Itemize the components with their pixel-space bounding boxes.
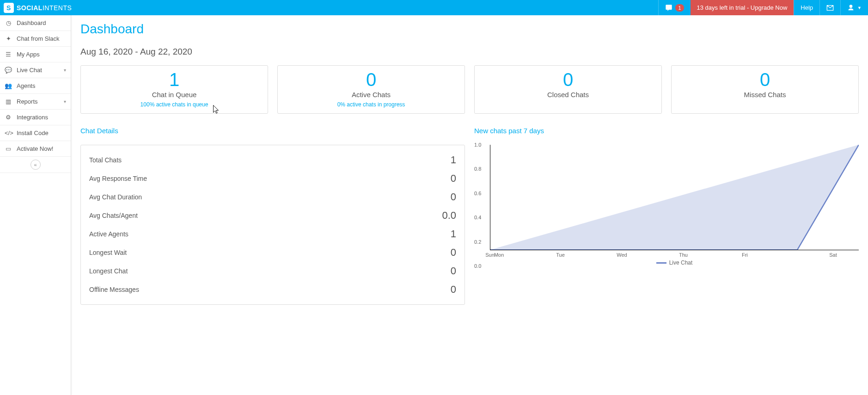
detail-key: Total Chats [89,156,122,164]
x-tick: Thu [653,252,714,258]
y-tick: 0.8 [474,166,481,172]
sidebar-item-my-apps[interactable]: ☰ My Apps [0,47,71,62]
comment-icon: ☰ [5,51,12,58]
detail-value: 0 [451,173,456,185]
code-icon: </> [5,130,12,136]
sidebar-item-label: Activate Now! [17,145,53,152]
detail-key: Avg Chats/Agent [89,212,138,219]
x-tick: Sat [776,252,837,258]
card-value: 0 [475,70,661,89]
upgrade-text: 13 days left in trial - Upgrade Now [697,4,788,11]
sidebar-item-reports[interactable]: ▥ Reports ▾ [0,94,71,110]
chat-details-column: Chat Details Total Chats1 Avg Response T… [80,127,465,305]
x-tick: Fri [714,252,776,258]
users-icon: 👥 [5,82,12,89]
chart: 1.0 0.8 0.6 0.4 0.2 0.0 Sun Mon Tue [474,145,859,266]
sidebar-item-activate-now[interactable]: ▭ Activate Now! [0,141,71,157]
brand-light: INTENTS [43,4,72,12]
y-tick: 0.4 [474,215,481,220]
sidebar-item-label: My Apps [17,51,40,58]
sidebar-item-live-chat[interactable]: 💬 Live Chat ▾ [0,62,71,78]
sidebar-item-label: Chat from Slack [17,35,59,42]
x-tick: Wed [591,252,653,258]
sidebar-item-label: Live Chat [17,67,42,74]
detail-value: 0 [451,247,456,259]
detail-value: 0 [451,191,456,203]
help-button[interactable]: Help [794,0,819,15]
legend-label: Live Chat [669,259,693,266]
detail-key: Offline Messages [89,286,139,293]
detail-row: Total Chats1 [89,151,456,169]
card-chat-in-queue[interactable]: 1 Chat in Queue 100% active chats in que… [80,65,268,114]
x-axis-ticks: Sun Mon Tue Wed Thu Fri Sat [490,252,859,258]
detail-row: Avg Response Time0 [89,169,456,188]
date-range: Aug 16, 2020 - Aug 22, 2020 [80,47,859,57]
mail-button[interactable] [819,0,840,15]
y-tick: 0.0 [474,263,481,269]
detail-key: Active Agents [89,230,128,238]
envelope-icon [826,4,834,12]
sidebar-collapse-button[interactable]: « [0,157,71,173]
card-label: Missed Chats [672,91,858,99]
bar-chart-icon: ▥ [5,98,12,105]
notifications-button[interactable]: 1 [658,0,690,15]
x-tick: Mon [468,252,530,258]
notification-badge: 1 [675,4,684,12]
sidebar-item-integrations[interactable]: ⚙ Integrations [0,110,71,125]
chevron-down-icon: ▾ [64,68,66,73]
card-value: 0 [278,70,465,89]
detail-key: Avg Chat Duration [89,193,142,201]
user-icon [847,4,855,12]
detail-value: 0.0 [442,210,456,222]
card-active-chats[interactable]: 0 Active Chats 0% active chats in progre… [277,65,465,114]
chat-details-box: Total Chats1 Avg Response Time0 Avg Chat… [80,145,465,305]
card-value: 0 [672,70,858,89]
sidebar-item-install-code[interactable]: </> Install Code [0,125,71,141]
page-title: Dashboard [80,22,859,37]
detail-key: Avg Response Time [89,175,147,182]
y-tick: 0.2 [474,239,481,245]
card-sub: 0% active chats in progress [278,101,465,108]
detail-value: 0 [451,265,456,277]
sidebar-item-label: Reports [17,98,38,105]
detail-value: 0 [451,284,456,296]
sidebar-item-label: Install Code [17,130,49,136]
detail-row: Avg Chats/Agent0.0 [89,206,456,225]
help-label: Help [801,4,813,11]
brand[interactable]: S SOCIALINTENTS [0,0,72,15]
x-tick: Tue [530,252,591,258]
detail-key: Longest Chat [89,267,128,275]
sidebar-item-label: Agents [17,82,35,89]
detail-row: Longest Chat0 [89,262,456,280]
card-sub: 100% active chats in queue [81,101,268,108]
upgrade-button[interactable]: 13 days left in trial - Upgrade Now [691,0,794,15]
chat-details-title: Chat Details [80,127,465,135]
card-label: Active Chats [278,91,465,99]
main-content: Dashboard Aug 16, 2020 - Aug 22, 2020 1 … [71,15,868,395]
chat-bubble-icon [665,4,672,12]
gear-icon: ⚙ [5,114,12,121]
chevron-down-icon: ▼ [857,6,862,10]
card-label: Closed Chats [475,91,661,99]
chart-title: New chats past 7 days [474,127,859,135]
y-tick: 1.0 [474,142,481,148]
chart-column: New chats past 7 days 1.0 0.8 0.6 0.4 0.… [474,127,859,266]
detail-row: Longest Wait0 [89,243,456,262]
card-label: Chat in Queue [81,91,268,99]
sidebar-item-dashboard[interactable]: ◷ Dashboard [0,15,71,31]
comments-icon: 💬 [5,67,12,74]
sidebar-item-label: Dashboard [17,19,46,26]
card-missed-chats[interactable]: 0 Missed Chats [671,65,859,114]
sidebar-item-agents[interactable]: 👥 Agents [0,78,71,94]
sidebar-item-chat-from-slack[interactable]: ✦ Chat from Slack [0,31,71,47]
brand-strong: SOCIAL [17,4,43,12]
detail-value: 1 [451,154,456,166]
user-menu-button[interactable]: ▼ [840,0,868,15]
chevron-down-icon: ▾ [64,99,66,104]
detail-value: 1 [451,228,456,240]
tachometer-icon: ◷ [5,19,12,26]
chevron-left-icon: « [31,160,41,170]
detail-row: Active Agents1 [89,225,456,243]
brand-text: SOCIALINTENTS [17,4,72,12]
card-closed-chats[interactable]: 0 Closed Chats [474,65,662,114]
